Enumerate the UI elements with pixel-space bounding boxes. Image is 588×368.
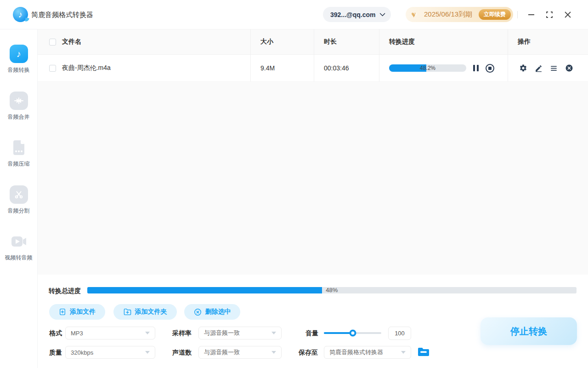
remove-row-button[interactable] [565, 64, 573, 72]
file-name: 夜曲-周杰伦.m4a [62, 64, 111, 72]
select-all-checkbox[interactable] [49, 39, 56, 46]
sidebar-item-label: 音频转换 [0, 66, 37, 74]
table-header: 文件名 大小 时长 转换进度 操作 [38, 29, 588, 55]
file-size: 9.4M [250, 55, 314, 81]
total-progress-bar: 48% [87, 287, 577, 293]
video-camera-icon [10, 232, 28, 251]
vip-badge[interactable]: ♥V 2025/06/13到期 立即续费 [406, 7, 513, 22]
close-icon [565, 12, 571, 18]
quality-label: 质量 [49, 346, 62, 359]
stop-conversion-button[interactable]: 停止转换 [481, 317, 577, 345]
channels-value: 与源音频一致 [204, 348, 240, 356]
file-list-empty-area [38, 82, 588, 275]
column-header-actions: 操作 [508, 29, 588, 54]
app-title: 简鹿音频格式转换器 [31, 0, 93, 29]
column-header-name: 文件名 [62, 38, 81, 46]
dropdown-arrow-icon [145, 332, 150, 334]
minimize-button[interactable] [526, 10, 536, 19]
sidebar-item-label: 音频分割 [0, 207, 37, 215]
sidebar-item-label: 音频压缩 [0, 160, 37, 168]
chevron-down-icon [380, 11, 386, 17]
row-progress-label: 48.2% [389, 64, 466, 72]
quality-select[interactable]: 320kbps [65, 346, 155, 359]
sidebar-item-audio-compress[interactable]: 音频压缩 [0, 138, 37, 168]
sidebar-item-audio-merge[interactable]: 音频合并 [0, 92, 37, 121]
quality-value: 320kbps [71, 349, 93, 356]
column-header-duration: 时长 [314, 29, 379, 54]
format-value: MP3 [71, 330, 83, 337]
dropdown-arrow-icon [145, 351, 150, 354]
delete-selected-button[interactable]: 删除选中 [184, 304, 240, 320]
delete-selected-label: 删除选中 [205, 308, 231, 316]
format-select[interactable]: MP3 [65, 327, 155, 339]
row-progress-bar: 48.2% [389, 64, 466, 72]
add-file-label: 添加文件 [70, 308, 96, 316]
total-progress-fill: 48% [87, 287, 322, 293]
window-controls-divider [517, 11, 518, 18]
vip-expiry-text: 2025/06/13到期 [424, 10, 472, 19]
table-row: 夜曲-周杰伦.m4a 9.4M 00:03:46 48.2% [38, 55, 588, 82]
column-header-size: 大小 [250, 29, 314, 54]
column-header-progress: 转换进度 [379, 29, 508, 54]
total-progress-value: 48% [326, 287, 338, 293]
open-folder-button[interactable] [418, 347, 430, 358]
volume-slider[interactable] [324, 332, 381, 334]
dropdown-arrow-icon [271, 332, 276, 334]
total-progress-label: 转换总进度 [49, 287, 81, 295]
edit-row-button[interactable] [535, 64, 543, 72]
folder-icon [418, 347, 430, 357]
save-to-value: 简鹿音频格式转换器 [329, 348, 383, 356]
delete-circle-icon [194, 308, 202, 316]
dropdown-arrow-icon [271, 351, 276, 354]
channels-label: 声道数 [172, 346, 192, 359]
sample-rate-label: 采样率 [172, 327, 192, 339]
volume-slider-thumb[interactable] [349, 330, 356, 337]
save-to-label: 保存至 [299, 346, 318, 359]
volume-input[interactable] [388, 327, 411, 340]
sidebar-item-video-to-audio[interactable]: 视频转音频 [0, 232, 37, 262]
pause-icon [473, 65, 479, 71]
add-folder-label: 添加文件夹 [135, 308, 167, 316]
sidebar-item-audio-convert[interactable]: ♪ 音频转换 [0, 45, 37, 74]
music-note-icon: ♪ [10, 45, 28, 63]
compress-file-icon [10, 138, 28, 157]
row-checkbox[interactable] [49, 65, 56, 72]
sidebar-item-label: 视频转音频 [0, 254, 37, 262]
save-to-select[interactable]: 简鹿音频格式转换器 [324, 346, 411, 359]
sidebar-item-label: 音频合并 [0, 113, 37, 121]
footer-panel: 转换总进度 48% 添加文件 添加文件夹 删除选中 格式 MP3 采样率 与源音… [38, 275, 588, 368]
file-duration: 00:03:46 [314, 55, 379, 81]
volume-slider-fill [324, 332, 353, 334]
dropdown-arrow-icon [401, 351, 406, 354]
app-logo-icon: ♪ [13, 7, 28, 22]
sample-rate-select[interactable]: 与源音频一致 [198, 327, 282, 339]
sample-rate-value: 与源音频一致 [204, 329, 240, 337]
menu-lines-icon [550, 64, 558, 72]
settings-row-button[interactable] [519, 64, 527, 72]
pencil-icon [535, 64, 543, 72]
stop-row-button[interactable] [486, 64, 494, 73]
sidebar-item-audio-split[interactable]: 音频分割 [0, 185, 37, 215]
account-menu[interactable]: 392...@qq.com [323, 7, 391, 22]
gear-icon [519, 64, 527, 72]
file-plus-icon [59, 308, 66, 316]
title-bar: ♪ 简鹿音频格式转换器 392...@qq.com ♥V 2025/06/13到… [0, 0, 588, 29]
merge-arrows-icon [10, 92, 28, 110]
add-folder-button[interactable]: 添加文件夹 [113, 304, 177, 320]
pause-button[interactable] [473, 65, 479, 71]
close-button[interactable] [563, 10, 572, 19]
stop-icon [486, 64, 494, 73]
maximize-icon [546, 12, 553, 18]
sidebar: ♪ 音频转换 音频合并 音频压缩 [0, 29, 38, 368]
format-label: 格式 [49, 327, 62, 339]
channels-select[interactable]: 与源音频一致 [198, 346, 282, 359]
account-email: 392...@qq.com [330, 11, 375, 18]
volume-label: 音量 [305, 327, 318, 339]
renew-button[interactable]: 立即续费 [479, 9, 511, 20]
info-row-button[interactable] [550, 64, 558, 72]
scissors-icon [10, 185, 28, 204]
vip-heart-icon: ♥V [411, 11, 420, 19]
maximize-button[interactable] [545, 10, 554, 19]
close-circle-icon [565, 64, 573, 72]
add-file-button[interactable]: 添加文件 [49, 304, 105, 320]
